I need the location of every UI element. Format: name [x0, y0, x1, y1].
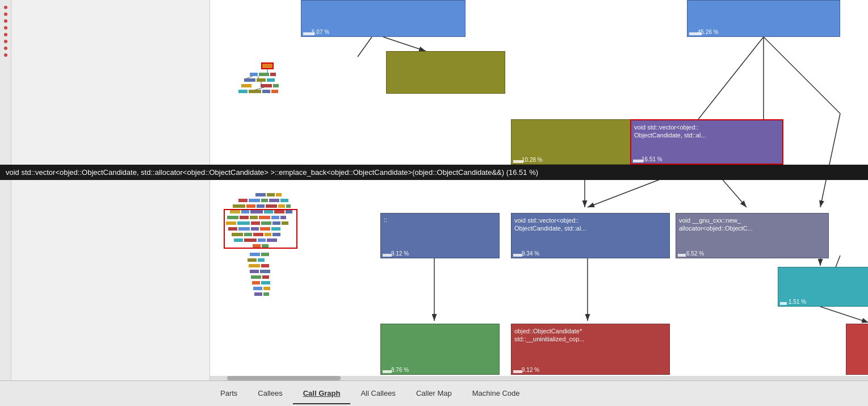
svg-line-4: [698, 37, 764, 119]
minimap-node: [273, 84, 279, 87]
node-top-blue[interactable]: 5.07 %: [301, 0, 466, 37]
pct-bar: [383, 254, 392, 257]
pct-label: 6.52 %: [686, 250, 704, 257]
pct-label: 45.26 %: [698, 29, 719, 35]
tooltip-text: void std::vector<objed::ObjectCandidate,…: [6, 168, 538, 177]
ruler-dot: [4, 33, 7, 36]
sidebar-ruler: [0, 0, 11, 380]
minimap-lower: [221, 193, 312, 352]
pct-bar: [383, 370, 392, 373]
ruler-dot: [4, 6, 7, 9]
minimap-node: [238, 90, 248, 93]
node-blue-vec[interactable]: void std::vector<objed::ObjectCandidate,…: [511, 213, 670, 258]
svg-line-1: [383, 37, 426, 51]
pct-label: 9.12 %: [391, 250, 409, 257]
pct-bar: [678, 254, 686, 257]
minimap-container: [210, 45, 352, 375]
pct-label: 5.07 %: [312, 29, 329, 35]
pct-bar: [513, 254, 522, 257]
pct-label: 1.51 %: [789, 299, 806, 305]
pct-bar: [780, 302, 787, 305]
tab-callees[interactable]: Callees: [248, 383, 292, 404]
minimap-node: [270, 73, 276, 76]
node-gnu-alloc[interactable]: void __gnu_cxx::new_allocator<objed::Obj…: [676, 213, 829, 258]
ruler-dot: [4, 40, 7, 43]
node-right-red[interactable]: [846, 324, 868, 375]
node-green-bottom[interactable]: 8.76 %: [380, 324, 500, 375]
minimap-selected-node: [261, 62, 274, 69]
scrollbar-thumb[interactable]: [227, 376, 341, 380]
tab-bar: Parts Callees Call Graph All Callees Cal…: [0, 380, 868, 406]
call-graph-canvas[interactable]: 5.07 % 45.26 % 10.28 % void std::vector<…: [210, 0, 868, 380]
tab-call-graph[interactable]: Call Graph: [293, 383, 351, 404]
tab-caller-map[interactable]: Caller Map: [406, 383, 462, 404]
node-obj-cand[interactable]: objed::ObjectCandidate*std::__uninitiali…: [511, 324, 670, 375]
ruler-dot: [4, 12, 7, 16]
node-teal[interactable]: 1.51 %: [778, 267, 868, 307]
minimap-node: [250, 73, 258, 76]
tab-all-callees[interactable]: All Callees: [350, 383, 405, 404]
pct-label: 10.28 %: [522, 157, 543, 163]
tooltip-bar: void std::vector<objed::ObjectCandidate,…: [0, 165, 868, 180]
ruler-dot: [4, 53, 7, 57]
minimap-node: [259, 73, 269, 76]
minimap-node: [261, 84, 272, 87]
minimap-node: [267, 78, 275, 82]
horizontal-scrollbar[interactable]: [210, 376, 868, 380]
node-top-right-blue[interactable]: 45.26 %: [687, 0, 840, 37]
minimap-node: [241, 84, 251, 87]
minimap-node: [244, 78, 255, 82]
minimap-node: [262, 90, 270, 93]
pct-bar: [513, 370, 522, 373]
ruler-dot: [4, 19, 7, 23]
svg-line-2: [358, 37, 372, 57]
minimap-node: [257, 78, 266, 82]
svg-line-5: [764, 37, 840, 114]
node-purple-mid[interactable]: void std::vector<objed::ObjectCandidate,…: [630, 119, 783, 165]
pct-label: 16.51 %: [641, 156, 662, 162]
sidebar: [0, 0, 210, 380]
tab-parts[interactable]: Parts: [210, 383, 248, 404]
svg-line-14: [820, 307, 868, 323]
ruler-dot: [4, 26, 7, 30]
pct-label: 9.34 %: [522, 250, 539, 257]
minimap-selection-box: [224, 209, 297, 249]
minimap-node: [249, 90, 261, 93]
node-blue-mid[interactable]: :: 9.12 %: [380, 213, 500, 258]
svg-line-12: [820, 114, 840, 207]
pct-label: 9.12 %: [522, 367, 539, 373]
minimap-node: [271, 90, 278, 93]
tab-machine-code[interactable]: Machine Code: [462, 383, 530, 404]
ruler-dot: [4, 47, 7, 50]
node-olive-top[interactable]: [386, 51, 505, 94]
pct-label: 8.76 %: [391, 367, 409, 373]
